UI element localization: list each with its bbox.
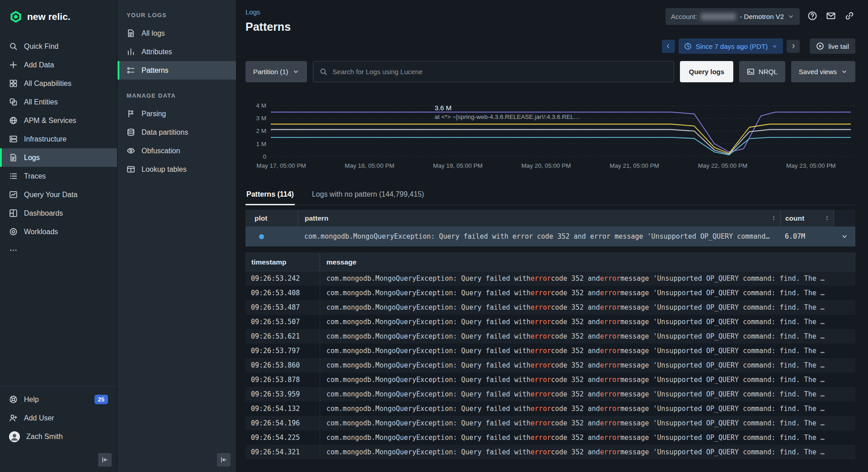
sidebar-item-apm-services[interactable]: APM & Services <box>0 111 117 130</box>
logs-nav-item-lookup-tables[interactable]: Lookup tables <box>118 160 236 179</box>
log-row[interactable]: 09:26:53.959com.mongodb.MongoQueryExcept… <box>245 387 855 401</box>
query-icon <box>9 190 18 199</box>
chevron-down-icon <box>841 68 848 75</box>
log-row[interactable]: 09:26:53.487com.mongodb.MongoQueryExcept… <box>245 300 855 315</box>
sidebar-item-quick-find[interactable]: Quick Find <box>0 37 117 56</box>
sidebar-item-traces[interactable]: Traces <box>0 167 117 185</box>
column-header-pattern[interactable]: pattern <box>298 210 780 227</box>
pattern-text: com.mongodb.MongoQueryException: Query f… <box>304 232 770 241</box>
globe-icon <box>9 116 18 125</box>
log-row[interactable]: 09:26:53.507com.mongodb.MongoQueryExcept… <box>245 315 855 329</box>
logs-nav-item-obfuscation[interactable]: Obfuscation <box>118 142 236 160</box>
logs-volume-chart[interactable]: 4 M3 M2 M1 M0 3.6 M at <*> ~[spring-web-… <box>245 98 855 173</box>
page-title: Patterns <box>245 20 291 33</box>
highlighted-term: error <box>600 289 620 297</box>
log-row[interactable]: 09:26:53.621com.mongodb.MongoQueryExcept… <box>245 329 855 344</box>
nav-item-label: Logs <box>24 154 40 162</box>
new-relic-logo[interactable]: new relic. <box>0 0 117 33</box>
logs-sidebar: YOUR LOGSAll logsAttributesPatternsMANAG… <box>118 0 236 472</box>
highlighted-term: error <box>531 405 551 413</box>
x-axis-label: May 21, 05:00 PM <box>609 162 659 169</box>
sort-icon[interactable] <box>771 215 777 222</box>
count-value: 6.07M <box>785 232 805 241</box>
column-header-timestamp[interactable]: timestamp <box>246 253 320 271</box>
svg-text:3 M: 3 M <box>256 115 266 122</box>
collapse-sidebar-button[interactable] <box>98 453 112 467</box>
page-header: Logs Patterns Account: - Demotron V2 <box>236 0 868 54</box>
logs-nav-item-patterns[interactable]: Patterns <box>118 61 236 80</box>
tab-logs-no-pattern[interactable]: Logs with no pattern (144,799,415) <box>311 186 425 205</box>
log-message: com.mongodb.MongoQueryException: Query f… <box>320 344 855 358</box>
search-input[interactable] <box>332 67 667 76</box>
sidebar-item-query-your-data[interactable]: Query Your Data <box>0 185 117 204</box>
highlighted-term: error <box>600 303 620 312</box>
sidebar-item-logs[interactable]: Logs <box>0 148 117 167</box>
log-row[interactable]: 09:26:53.878com.mongodb.MongoQueryExcept… <box>245 373 855 387</box>
chevron-down-icon <box>772 43 778 49</box>
column-header-plot[interactable]: plot <box>245 210 298 227</box>
time-back-button[interactable] <box>662 40 675 53</box>
sidebar-item-more[interactable] <box>0 241 117 260</box>
sidebar-item-profile[interactable]: Zach Smith <box>0 427 117 446</box>
time-controls: Since 7 days ago (PDT) live tail <box>662 38 855 54</box>
column-header-count[interactable]: count <box>780 210 834 227</box>
time-forward-button[interactable] <box>787 40 800 53</box>
nrql-button[interactable]: NRQL <box>739 61 785 82</box>
mail-icon <box>826 11 836 21</box>
log-row[interactable]: 09:26:54.132com.mongodb.MongoQueryExcept… <box>245 401 855 416</box>
highlighted-term: error <box>600 347 620 355</box>
live-tail-button[interactable]: live tail <box>810 38 855 54</box>
account-row: Account: - Demotron V2 <box>665 8 855 25</box>
account-switcher[interactable]: Account: - Demotron V2 <box>665 8 800 25</box>
sidebar-item-workloads[interactable]: Workloads <box>0 222 117 241</box>
breadcrumb-logs[interactable]: Logs <box>245 8 260 16</box>
tab-patterns[interactable]: Patterns (114) <box>245 186 295 205</box>
collapse-logs-sidebar-button[interactable] <box>217 453 231 467</box>
column-label: plot <box>255 214 267 222</box>
help-circle-button[interactable] <box>807 11 818 23</box>
pattern-cell: com.mongodb.MongoQueryException: Query f… <box>298 227 780 246</box>
pattern-row[interactable]: com.mongodb.MongoQueryException: Query f… <box>245 227 855 246</box>
logs-nav-item-parsing[interactable]: Parsing <box>118 104 236 123</box>
highlighted-term: error <box>600 318 620 326</box>
log-row[interactable]: 09:26:53.797com.mongodb.MongoQueryExcept… <box>245 344 855 358</box>
highlighted-term: error <box>600 419 620 427</box>
time-range-picker[interactable]: Since 7 days ago (PDT) <box>679 38 783 54</box>
sidebar-item-all-entities[interactable]: All Entities <box>0 93 117 111</box>
sort-icon[interactable] <box>824 215 830 222</box>
log-row[interactable]: 09:26:54.225com.mongodb.MongoQueryExcept… <box>245 430 855 445</box>
log-row[interactable]: 09:26:53.242com.mongodb.MongoQueryExcept… <box>245 271 855 286</box>
sidebar-item-add-user[interactable]: Add User <box>0 409 117 427</box>
sidebar-item-all-capabilities[interactable]: All Capabilities <box>0 74 117 93</box>
saved-views-dropdown[interactable]: Saved views <box>791 61 855 82</box>
lookup-icon <box>127 165 135 174</box>
column-label: message <box>326 258 356 266</box>
alllogs-icon <box>127 29 135 38</box>
partition-dropdown[interactable]: Partition (1) <box>245 61 307 82</box>
query-logs-button[interactable]: Query logs <box>680 61 733 82</box>
log-row[interactable]: 09:26:54.196com.mongodb.MongoQueryExcept… <box>245 416 855 430</box>
column-header-message[interactable]: message <box>320 253 855 271</box>
search-box[interactable] <box>313 61 674 82</box>
log-row[interactable]: 09:26:53.408com.mongodb.MongoQueryExcept… <box>245 286 855 300</box>
sidebar-item-help[interactable]: Help 25 <box>0 390 117 409</box>
log-message: com.mongodb.MongoQueryException: Query f… <box>320 416 855 430</box>
nav-item-label: Traces <box>24 172 46 180</box>
logs-nav-item-data-partitions[interactable]: Data partitions <box>118 123 236 142</box>
logs-nav-item-attributes[interactable]: Attributes <box>118 42 236 61</box>
logs-nav-item-all-logs[interactable]: All logs <box>118 24 236 42</box>
feedback-mail-button[interactable] <box>825 11 837 23</box>
pattern-tabs: Patterns (114) Logs with no pattern (144… <box>245 186 855 205</box>
obfuscation-icon <box>127 146 135 155</box>
sidebar-item-infrastructure[interactable]: Infrastructure <box>0 130 117 148</box>
sidebar-item-dashboards[interactable]: Dashboards <box>0 204 117 222</box>
log-timestamp: 09:26:54.321 <box>245 445 320 459</box>
nrql-label: NRQL <box>759 68 778 76</box>
workloads-icon <box>9 227 18 236</box>
expand-cell[interactable] <box>834 227 855 246</box>
permalink-button[interactable] <box>844 11 855 23</box>
log-row[interactable]: 09:26:54.321com.mongodb.MongoQueryExcept… <box>245 445 855 459</box>
log-row[interactable]: 09:26:53.860com.mongodb.MongoQueryExcept… <box>245 358 855 373</box>
header-controls: Account: - Demotron V2 <box>662 8 855 54</box>
sidebar-item-add-data[interactable]: Add Data <box>0 56 117 74</box>
